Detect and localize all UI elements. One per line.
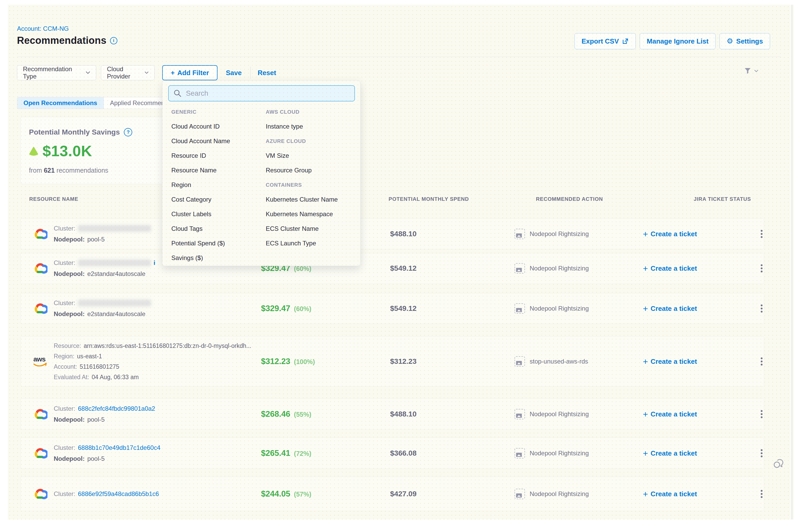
table-row: Cluster:i Nodepool:e2standar4autoscale $… bbox=[20, 253, 764, 284]
rightsizing-action-icon bbox=[515, 356, 525, 367]
filter-option[interactable]: Cluster Labels bbox=[171, 210, 211, 218]
rightsizing-action-icon bbox=[515, 409, 525, 419]
filter-option[interactable]: Cloud Account Name bbox=[171, 137, 230, 145]
redacted-cluster-name bbox=[78, 260, 151, 266]
savings-card-title: Potential Monthly Savings bbox=[29, 128, 120, 136]
filter-group-cloud-specific: AWS CLOUD Instance type AZURE CLOUD VM S… bbox=[266, 104, 354, 265]
filter-option[interactable]: Resource Name bbox=[171, 167, 216, 174]
support-chat-icon[interactable] bbox=[773, 457, 786, 470]
tab-open-recommendations[interactable]: Open Recommendations bbox=[17, 97, 103, 109]
page-title-row: Recommendations i bbox=[17, 35, 117, 46]
header-divider bbox=[17, 57, 781, 57]
info-icon[interactable]: i bbox=[110, 37, 117, 44]
cluster-link[interactable]: 6886e92f59a48cad86b5b1c6 bbox=[78, 490, 159, 498]
tab-applied-label: Applied Recommendations bbox=[110, 99, 170, 107]
create-ticket-button[interactable]: + Create a ticket bbox=[643, 490, 697, 498]
recommendation-count: 621 bbox=[44, 167, 55, 174]
recommended-action-cell: Nodepool Rightsizing bbox=[515, 409, 589, 419]
export-csv-label: Export CSV bbox=[582, 37, 619, 45]
filter-option[interactable]: ECS Cluster Name bbox=[266, 225, 319, 232]
cloud-provider-filter[interactable]: Cloud Provider bbox=[101, 65, 155, 80]
settings-button[interactable]: ⚙ Settings bbox=[720, 33, 770, 49]
redacted-cluster-name bbox=[78, 300, 151, 306]
monthly-savings-cell: $312.23 (100%) bbox=[261, 357, 315, 366]
filter-option[interactable]: Savings ($) bbox=[171, 254, 203, 262]
recommended-action-label: stop-unused-aws-rds bbox=[530, 358, 588, 365]
cloud-provider-label: Cloud Provider bbox=[107, 65, 141, 80]
toolbar-divider bbox=[250, 67, 251, 79]
recommended-action-cell: Nodepool Rightsizing bbox=[515, 448, 589, 458]
plus-icon: + bbox=[643, 304, 648, 313]
filter-option[interactable]: Resource ID bbox=[171, 152, 206, 159]
monthly-spend-value: $549.12 bbox=[390, 304, 416, 313]
table-row: Cluster:6886e92f59a48cad86b5b1c6 $244.05… bbox=[20, 477, 764, 511]
filter-panel-toggle[interactable] bbox=[744, 67, 759, 75]
cluster-link-fragment[interactable]: i bbox=[154, 259, 155, 267]
reset-filter-link[interactable]: Reset bbox=[258, 69, 276, 77]
filter-option[interactable]: Potential Spend ($) bbox=[171, 240, 225, 247]
savings-leaf-icon bbox=[28, 146, 39, 156]
recommendation-type-filter[interactable]: Recommendation Type bbox=[17, 65, 96, 80]
row-menu-kebab-icon[interactable] bbox=[759, 227, 764, 241]
filter-option[interactable]: Resource Group bbox=[266, 167, 312, 174]
filter-option[interactable]: Cloud Tags bbox=[171, 225, 203, 232]
cluster-link[interactable]: 6888b1c70e49db17c1de60c4 bbox=[78, 444, 160, 451]
plus-icon: + bbox=[643, 264, 648, 273]
monthly-spend-value: $312.23 bbox=[390, 357, 416, 366]
table-row: Cluster:6888b1c70e49db17c1de60c4 Nodepoo… bbox=[20, 438, 764, 469]
save-filter-link[interactable]: Save bbox=[226, 69, 242, 77]
filter-option[interactable]: Region bbox=[171, 181, 191, 189]
create-ticket-button[interactable]: + Create a ticket bbox=[643, 357, 697, 366]
group-header-containers: CONTAINERS bbox=[266, 182, 302, 188]
monthly-spend-value: $549.12 bbox=[390, 264, 416, 272]
row-menu-kebab-icon[interactable] bbox=[759, 407, 764, 421]
filter-option[interactable]: ECS Launch Type bbox=[266, 240, 316, 247]
export-csv-button[interactable]: Export CSV bbox=[574, 33, 636, 49]
group-header-azure-cloud: AZURE CLOUD bbox=[266, 138, 306, 144]
monthly-savings-cell: $244.05 (57%) bbox=[261, 489, 311, 499]
filter-search-input[interactable] bbox=[168, 85, 355, 101]
filter-option[interactable]: Cloud Account ID bbox=[171, 123, 220, 130]
gcp-logo-icon bbox=[31, 262, 49, 274]
monthly-spend-value: $427.09 bbox=[390, 490, 416, 498]
recommended-action-cell: stop-unused-aws-rds bbox=[515, 356, 588, 367]
recommended-action-label: Nodepool Rightsizing bbox=[530, 450, 589, 457]
create-ticket-button[interactable]: + Create a ticket bbox=[643, 304, 697, 313]
recommended-action-cell: Nodepool Rightsizing bbox=[515, 229, 589, 239]
recommendations-page: Account: CCM-NG Recommendations i Export… bbox=[0, 0, 798, 532]
recommendation-type-label: Recommendation Type bbox=[23, 65, 82, 80]
manage-ignore-list-button[interactable]: Manage Ignore List bbox=[640, 33, 716, 49]
cluster-link[interactable]: 688c2fefc84fbdc99801a0a2 bbox=[78, 405, 155, 412]
recommended-action-cell: Nodepool Rightsizing bbox=[515, 303, 589, 314]
row-menu-kebab-icon[interactable] bbox=[759, 302, 764, 316]
row-menu-kebab-icon[interactable] bbox=[759, 446, 764, 460]
col-header-monthly-spend: POTENTIAL MONTHLY SPEND bbox=[388, 196, 469, 202]
help-icon[interactable]: ? bbox=[124, 128, 132, 136]
redacted-cluster-name bbox=[78, 225, 151, 232]
monthly-savings-cell: $329.47 (60%) bbox=[261, 304, 311, 313]
filter-option[interactable]: Kubernetes Namespace bbox=[266, 210, 333, 218]
create-ticket-button[interactable]: + Create a ticket bbox=[643, 410, 697, 419]
filter-option[interactable]: Kubernetes Cluster Name bbox=[266, 196, 338, 203]
tab-applied-recommendations[interactable]: Applied Recommendations bbox=[103, 97, 170, 109]
row-menu-kebab-icon[interactable] bbox=[759, 262, 764, 276]
row-menu-kebab-icon[interactable] bbox=[759, 355, 764, 368]
funnel-icon bbox=[744, 67, 752, 75]
add-filter-button[interactable]: + Add Filter bbox=[162, 65, 217, 80]
search-icon bbox=[173, 89, 182, 97]
account-breadcrumb[interactable]: Account: CCM-NG bbox=[17, 25, 69, 32]
chevron-down-icon bbox=[86, 71, 90, 75]
vertical-scrollbar[interactable] bbox=[791, 5, 793, 519]
row-menu-kebab-icon[interactable] bbox=[759, 487, 764, 501]
filter-option[interactable]: Cost Category bbox=[171, 196, 211, 203]
create-ticket-button[interactable]: + Create a ticket bbox=[643, 449, 697, 458]
filter-option[interactable]: Instance type bbox=[266, 123, 303, 130]
create-ticket-button[interactable]: + Create a ticket bbox=[643, 264, 697, 273]
create-ticket-button[interactable]: + Create a ticket bbox=[643, 229, 697, 239]
recommended-action-label: Nodepool Rightsizing bbox=[530, 305, 589, 312]
col-header-jira-ticket-status: JIRA TICKET STATUS bbox=[694, 196, 751, 202]
plus-icon: + bbox=[643, 410, 648, 419]
resource-name-cell: Cluster:6888b1c70e49db17c1de60c4 Nodepoo… bbox=[54, 442, 160, 464]
gcp-logo-icon bbox=[31, 408, 49, 420]
filter-option[interactable]: VM Size bbox=[266, 152, 289, 159]
